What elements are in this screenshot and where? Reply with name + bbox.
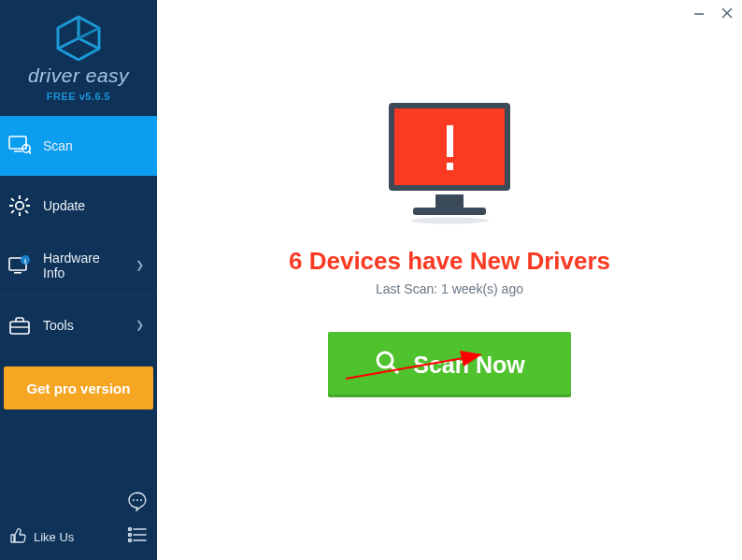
search-icon — [374, 349, 400, 381]
svg-rect-12 — [10, 209, 14, 213]
chat-icon[interactable] — [127, 491, 148, 515]
monitor-info-icon: i — [7, 255, 32, 276]
sidebar-item-label: Tools — [43, 318, 124, 333]
svg-rect-15 — [14, 272, 21, 274]
sidebar: driver easy FREE v5.6.5 Scan — [0, 0, 157, 560]
svg-rect-11 — [24, 209, 28, 213]
svg-point-21 — [140, 499, 142, 501]
sidebar-item-label: Update — [43, 198, 150, 213]
svg-rect-6 — [19, 195, 21, 199]
svg-rect-34 — [413, 208, 486, 215]
svg-line-39 — [391, 366, 397, 372]
svg-point-24 — [129, 534, 132, 537]
svg-point-5 — [16, 201, 23, 208]
svg-point-26 — [129, 539, 132, 542]
svg-rect-37 — [447, 163, 453, 170]
svg-text:i: i — [24, 256, 26, 265]
svg-rect-8 — [9, 205, 13, 207]
logo-area: driver easy FREE v5.6.5 — [0, 0, 157, 116]
scan-now-button[interactable]: Scan Now — [328, 332, 571, 397]
sidebar-item-label: Scan — [43, 138, 150, 153]
svg-point-22 — [129, 528, 132, 531]
svg-rect-1 — [9, 136, 26, 149]
svg-rect-7 — [19, 212, 21, 216]
scan-now-label: Scan Now — [413, 352, 524, 379]
sidebar-item-update[interactable]: Update — [0, 176, 157, 236]
sidebar-bottom: Like Us — [0, 481, 157, 560]
svg-rect-2 — [14, 151, 21, 152]
get-pro-button[interactable]: Get pro version — [4, 366, 153, 409]
window-controls — [692, 6, 735, 21]
brand-name: driver easy — [28, 65, 129, 87]
sidebar-item-label: Hardware Info — [43, 251, 124, 280]
main-panel: 6 Devices have New Drivers Last Scan: 1 … — [157, 0, 742, 560]
svg-point-19 — [133, 499, 135, 501]
thumbs-up-icon — [9, 527, 26, 547]
svg-line-4 — [29, 151, 31, 154]
close-button[interactable] — [720, 6, 735, 21]
sidebar-item-scan[interactable]: Scan — [0, 116, 157, 176]
logo-icon — [53, 14, 104, 61]
like-us-button[interactable]: Like Us — [9, 527, 74, 547]
svg-rect-33 — [435, 194, 464, 208]
version-label: FREE v5.6.5 — [47, 91, 110, 102]
get-pro-label: Get pro version — [27, 381, 131, 396]
chevron-right-icon: ❯ — [136, 319, 144, 331]
chevron-right-icon: ❯ — [136, 259, 144, 271]
svg-rect-36 — [447, 125, 453, 157]
svg-rect-13 — [24, 197, 28, 201]
sidebar-item-hardware-info[interactable]: i Hardware Info ❯ — [0, 236, 157, 295]
like-us-label: Like Us — [34, 530, 74, 544]
svg-point-20 — [136, 499, 138, 501]
svg-rect-10 — [10, 197, 14, 201]
monitor-alert-icon — [379, 101, 520, 224]
status-illustration — [379, 101, 520, 224]
sidebar-item-tools[interactable]: Tools ❯ — [0, 295, 157, 355]
minimize-button[interactable] — [692, 6, 706, 21]
menu-list-icon[interactable] — [127, 526, 148, 547]
gear-icon — [7, 195, 32, 216]
last-scan-label: Last Scan: 1 week(s) ago — [376, 281, 523, 296]
status-headline: 6 Devices have New Drivers — [289, 247, 610, 276]
toolbox-icon — [7, 316, 32, 335]
svg-rect-9 — [26, 205, 30, 207]
monitor-search-icon — [7, 136, 32, 156]
svg-point-35 — [410, 218, 489, 224]
